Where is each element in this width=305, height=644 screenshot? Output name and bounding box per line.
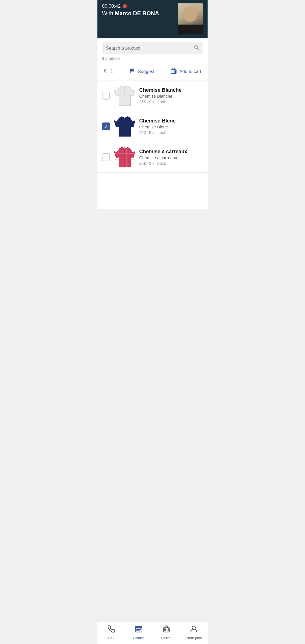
record-indicator	[123, 4, 127, 8]
add-to-cart-label: Add to cart	[179, 69, 201, 74]
search-icon	[193, 45, 199, 52]
product-info-3: Chemise à carreaux Chemise à carreaux 25…	[139, 149, 203, 166]
search-area: 3 products	[97, 38, 208, 63]
suggest-label: Suggest	[138, 69, 154, 74]
list-item: Chemise Bleue Chemise Bleue 25€ · 5 in s…	[97, 111, 208, 142]
product-variant-1: Chemise Blanche	[139, 94, 203, 98]
product-checkbox-2[interactable]	[102, 122, 110, 130]
list-item: Chemise à carreaux Chemise à carreaux 25…	[97, 142, 208, 173]
participant-name: Marco DE BONA	[115, 10, 159, 16]
product-price-2: 25€ · 5 in stock	[139, 130, 203, 135]
timer-display: 00:00:42	[102, 3, 121, 9]
product-image-1	[113, 84, 136, 107]
header: 00:00:42 With Marco DE BONA	[97, 0, 208, 38]
product-name-2: Chemise Bleue	[139, 118, 203, 124]
product-variant-3: Chemise à carreaux	[139, 155, 203, 160]
toolbar-count: 1	[110, 69, 113, 75]
products-count: 3 products	[102, 54, 203, 61]
flag-icon	[129, 68, 136, 75]
product-image-2	[113, 115, 136, 138]
add-to-cart-button[interactable]: Add to cart	[164, 63, 208, 80]
product-variant-2: Chemise Bleue	[139, 124, 203, 129]
svg-point-12	[124, 123, 125, 123]
svg-line-1	[197, 49, 199, 50]
back-arrow-icon	[102, 68, 108, 76]
header-left: 00:00:42 With Marco DE BONA	[102, 3, 159, 17]
svg-point-11	[124, 121, 125, 121]
svg-point-13	[124, 125, 125, 126]
search-box[interactable]	[102, 42, 203, 54]
with-label: With Marco DE BONA	[102, 10, 159, 17]
suggest-button[interactable]: Suggest	[120, 63, 164, 80]
product-info-2: Chemise Bleue Chemise Bleue 25€ · 5 in s…	[139, 118, 203, 135]
back-button[interactable]: 1	[97, 63, 120, 80]
product-info-1: Chemise Blanche Chemise Blanche 25€ · 9 …	[139, 87, 203, 104]
cart-icon	[170, 67, 177, 76]
svg-point-8	[124, 90, 125, 91]
product-name-3: Chemise à carreaux	[139, 149, 203, 155]
product-price-1: 25€ · 9 in stock	[139, 100, 203, 104]
product-name-1: Chemise Blanche	[139, 87, 203, 93]
product-list: Chemise Blanche Chemise Blanche 25€ · 9 …	[97, 80, 208, 209]
toolbar: 1 Suggest Add to cart	[97, 63, 208, 80]
svg-point-10	[124, 94, 125, 95]
product-checkbox-1[interactable]	[102, 92, 110, 100]
search-input[interactable]	[106, 46, 191, 51]
video-thumbnail	[178, 3, 203, 34]
product-image-3	[113, 146, 136, 168]
product-checkbox-3[interactable]	[102, 153, 110, 161]
list-item: Chemise Blanche Chemise Blanche 25€ · 9 …	[97, 80, 208, 111]
video-person-shirt	[178, 25, 203, 34]
svg-point-9	[124, 92, 125, 93]
product-price-3: 25€ · 3 in stock	[139, 161, 203, 166]
timer-row: 00:00:42	[102, 3, 159, 9]
